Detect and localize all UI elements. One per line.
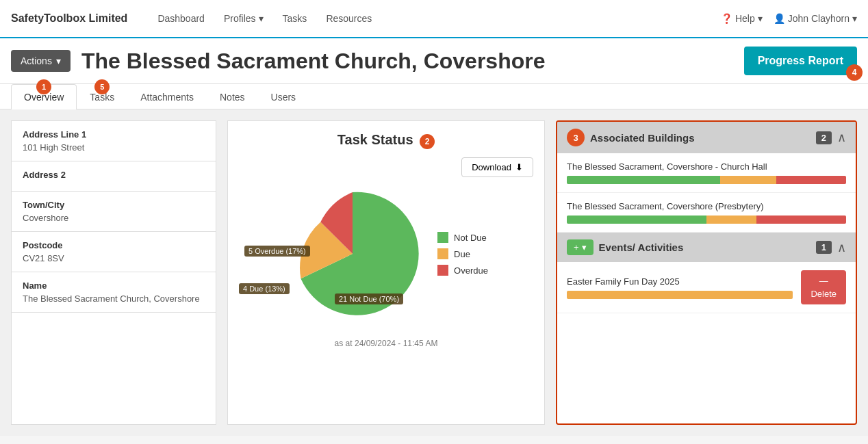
collapse-events-button[interactable]: ∧ xyxy=(837,240,846,255)
download-icon: ⬇ xyxy=(515,162,523,172)
nav-resources[interactable]: Resources xyxy=(318,8,380,29)
associated-buildings-header-left: 3 Associated Buildings xyxy=(567,129,695,146)
left-panel: Address Line 1 101 High Street Address 2… xyxy=(11,120,216,425)
name-label: Name xyxy=(23,280,205,291)
chevron-down-icon: ▾ xyxy=(852,13,857,24)
user-icon: 👤 xyxy=(774,13,785,24)
legend-not-due: Not Due xyxy=(437,232,488,243)
minus-icon: — xyxy=(819,276,828,286)
tab-overview-badge: 1 xyxy=(36,79,51,94)
name-row: Name The Blessed Sacrament Church, Cover… xyxy=(12,272,216,313)
address-2-label: Address 2 xyxy=(23,170,205,180)
address-line-1-row: Address Line 1 101 High Street xyxy=(12,121,216,161)
chart-timestamp: as at 24/09/2024 - 11:45 AM xyxy=(239,339,533,348)
step-badge-3: 3 xyxy=(567,129,585,146)
tab-tasks[interactable]: Tasks 5 xyxy=(77,84,127,109)
address-line-1-value: 101 High Street xyxy=(23,142,205,153)
nav-dashboard[interactable]: Dashboard xyxy=(149,8,213,29)
event-progress-yellow-1 xyxy=(567,291,793,299)
building-item-1: The Blessed Sacrament, Covershore - Chur… xyxy=(557,153,856,193)
progress-red-2 xyxy=(756,216,846,224)
center-panel: Task Status 2 Download ⬇ xyxy=(227,120,545,425)
user-menu[interactable]: 👤 John Clayhorn ▾ xyxy=(774,13,857,24)
progress-report-badge: 4 xyxy=(846,64,863,81)
page-title: The Blessed Sacrament Church, Covershore xyxy=(81,49,733,74)
chevron-down-icon: ▾ xyxy=(56,55,61,66)
postcode-value: CV21 8SV xyxy=(23,253,205,263)
event-name-1: Easter Family Fun Day 2025 xyxy=(567,276,793,287)
chart-legend: Not Due Due Overdue xyxy=(437,232,488,276)
actions-button[interactable]: Actions ▾ xyxy=(11,50,71,72)
tab-users[interactable]: Users xyxy=(258,84,309,109)
tab-notes[interactable]: Notes xyxy=(207,84,258,109)
download-button[interactable]: Download ⬇ xyxy=(461,157,533,177)
nav-links: Dashboard Profiles ▾ Tasks Resources xyxy=(149,8,721,29)
town-city-row: Town/City Covershore xyxy=(12,192,216,232)
associated-buildings-badge: 2 xyxy=(816,131,832,144)
help-menu[interactable]: ❓ Help ▾ xyxy=(721,13,763,24)
chevron-down-icon: ▾ xyxy=(259,13,264,24)
pie-svg xyxy=(284,185,421,322)
building-item-2: The Blessed Sacrament, Covershore (Presb… xyxy=(557,193,856,233)
town-city-value: Covershore xyxy=(23,213,205,223)
associated-buildings-header: 3 Associated Buildings 2 ∧ xyxy=(557,122,856,153)
town-city-label: Town/City xyxy=(23,200,205,210)
task-status-title: Task Status 2 xyxy=(239,132,533,149)
chevron-down-icon: ▾ xyxy=(758,13,763,24)
postcode-label: Postcode xyxy=(23,240,205,250)
pie-chart xyxy=(284,185,421,322)
events-header-right: 1 ∧ xyxy=(816,240,846,255)
tabs-bar: Overview 1 Tasks 5 Attachments Notes Use… xyxy=(0,84,868,109)
chart-container: Not Due Due Overdue xyxy=(239,185,533,322)
event-item-1: Easter Family Fun Day 2025 — Delete xyxy=(557,262,856,313)
address-line-1-label: Address Line 1 xyxy=(23,129,205,140)
event-info-1: Easter Family Fun Day 2025 xyxy=(567,276,793,299)
events-badge: 1 xyxy=(816,241,832,254)
chevron-down-icon: ▾ xyxy=(582,242,587,252)
legend-overdue: Overdue xyxy=(437,265,488,276)
progress-green-2 xyxy=(567,216,706,224)
progress-yellow-2 xyxy=(706,216,756,224)
postcode-row: Postcode CV21 8SV xyxy=(12,232,216,272)
task-status-badge: 2 xyxy=(420,134,435,149)
progress-green-1 xyxy=(567,176,720,184)
legend-color-not-due xyxy=(437,232,448,243)
main-content: Address Line 1 101 High Street Address 2… xyxy=(0,109,868,436)
address-2-row: Address 2 xyxy=(12,161,216,192)
event-progress-bar-1 xyxy=(567,291,793,299)
progress-yellow-1 xyxy=(720,176,776,184)
nav-profiles[interactable]: Profiles ▾ xyxy=(216,8,272,29)
download-area: Download ⬇ xyxy=(239,157,533,177)
add-event-button[interactable]: + ▾ xyxy=(567,239,593,255)
tab-tasks-badge: 5 xyxy=(94,79,110,94)
tab-attachments[interactable]: Attachments xyxy=(127,84,207,109)
nav-right: ❓ Help ▾ 👤 John Clayhorn ▾ xyxy=(721,13,857,24)
page-header: Actions ▾ The Blessed Sacrament Church, … xyxy=(0,38,868,84)
building-name-2: The Blessed Sacrament, Covershore (Presb… xyxy=(567,201,846,211)
events-header-left: + ▾ Events/ Activities xyxy=(567,239,683,255)
brand: SafetyToolbox Limited xyxy=(11,12,127,25)
delete-event-button[interactable]: — Delete xyxy=(801,270,846,304)
help-icon: ❓ xyxy=(721,13,732,24)
legend-due: Due xyxy=(437,248,488,259)
building-name-1: The Blessed Sacrament, Covershore - Chur… xyxy=(567,161,846,172)
collapse-associated-buildings-button[interactable]: ∧ xyxy=(837,130,846,145)
progress-red-1 xyxy=(776,176,846,184)
right-panel: 3 Associated Buildings 2 ∧ The Blessed S… xyxy=(556,120,857,425)
events-section-header: + ▾ Events/ Activities 1 ∧ xyxy=(557,233,856,262)
navbar: SafetyToolbox Limited Dashboard Profiles… xyxy=(0,0,868,38)
legend-color-overdue xyxy=(437,265,448,276)
progress-report-wrap: Progress Report 4 xyxy=(744,47,857,75)
nav-tasks[interactable]: Tasks xyxy=(275,8,316,29)
building-progress-bar-1 xyxy=(567,176,846,184)
building-progress-bar-2 xyxy=(567,216,846,224)
legend-color-due xyxy=(437,248,448,259)
progress-report-button[interactable]: Progress Report xyxy=(744,47,857,75)
tab-overview[interactable]: Overview 1 xyxy=(11,84,77,109)
associated-buildings-header-right: 2 ∧ xyxy=(816,130,846,145)
name-value: The Blessed Sacrament Church, Covershore xyxy=(23,293,205,304)
